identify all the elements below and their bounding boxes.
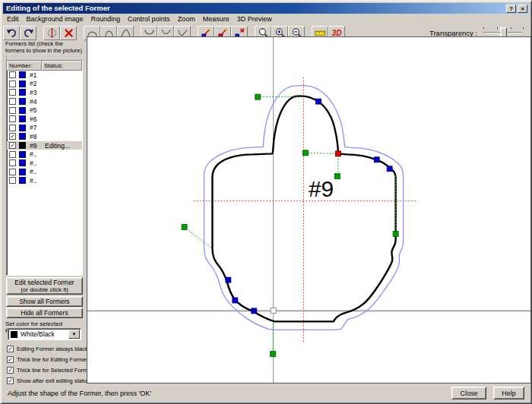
- checkbox-icon[interactable]: ✓: [7, 367, 14, 374]
- former-number: #9: [30, 142, 45, 150]
- former-row-6[interactable]: #6: [7, 115, 82, 124]
- former-number-label: #9: [309, 176, 334, 201]
- menu-rounding[interactable]: Rounding: [87, 14, 125, 24]
- former-visible-checkbox[interactable]: [9, 151, 16, 158]
- former-row-1[interactable]: #1: [7, 71, 82, 80]
- checkbox-label: Thick line for Selected Former: [17, 367, 93, 374]
- control-point-blue[interactable]: [226, 277, 231, 282]
- status-text: Adjust the shape of the Former, then pre…: [3, 390, 451, 397]
- menu-measure[interactable]: Measure: [199, 14, 233, 24]
- former-row-..[interactable]: #..: [7, 150, 82, 159]
- control-point-blue[interactable]: [387, 166, 392, 172]
- former-row-..[interactable]: #..: [7, 176, 82, 185]
- control-guide-line: [186, 229, 212, 248]
- slider-tick: [511, 27, 511, 29]
- control-point-blue[interactable]: [252, 308, 257, 314]
- former-visible-checkbox[interactable]: [9, 169, 16, 175]
- former-number: #..: [30, 159, 45, 167]
- former-visible-checkbox[interactable]: ✓: [9, 142, 16, 149]
- former-visible-checkbox[interactable]: [9, 159, 16, 166]
- checkbox-icon[interactable]: ✓: [7, 356, 14, 363]
- former-visible-checkbox[interactable]: [9, 125, 16, 131]
- column-status: Status:: [42, 61, 82, 71]
- menu-control-points[interactable]: Control points: [124, 14, 174, 24]
- former-drawing[interactable]: #9: [87, 37, 530, 383]
- former-visible-checkbox[interactable]: [9, 80, 16, 87]
- former-visible-checkbox[interactable]: [9, 71, 16, 78]
- show-all-formers-button[interactable]: Show all Formers: [6, 296, 83, 307]
- menu-zoom[interactable]: Zoom: [174, 14, 199, 24]
- former-color-swatch: [19, 89, 26, 96]
- control-point-green[interactable]: [182, 224, 187, 229]
- former-row-8[interactable]: ✓#8: [7, 132, 82, 141]
- former-color-swatch: [19, 159, 26, 166]
- option-checkbox-thick-line-for-selected-former[interactable]: ✓Thick line for Selected Former: [7, 365, 86, 374]
- control-point-green[interactable]: [393, 231, 398, 236]
- former-row-..[interactable]: #..: [7, 159, 82, 168]
- former-color-swatch: [19, 80, 26, 87]
- option-checkbox-editing-former-always-black[interactable]: ✓Editing Former always black: [7, 344, 86, 353]
- formers-list-label: Formers list (check the formers to show …: [5, 40, 84, 61]
- window-title: Editing of the selected Former: [6, 3, 110, 14]
- menu-background-image[interactable]: Background image: [23, 14, 87, 24]
- former-color-swatch: [19, 142, 26, 149]
- formers-sidebar: Formers list (check the formers to show …: [3, 36, 87, 383]
- color-swatch: [11, 331, 17, 338]
- former-visible-checkbox[interactable]: [9, 107, 16, 114]
- control-point-green[interactable]: [271, 352, 276, 357]
- former-number: #7: [30, 124, 45, 131]
- control-point-red-selected[interactable]: [335, 151, 340, 156]
- control-point-green[interactable]: [255, 94, 261, 99]
- former-number: #..: [30, 177, 45, 185]
- formers-listbox[interactable]: Number: Status: #1#2#3#4#5#6#7✓#8✓#9Edit…: [6, 60, 83, 276]
- former-number: #..: [30, 168, 45, 175]
- former-row-5[interactable]: #5: [7, 106, 82, 115]
- help-button[interactable]: Help: [493, 387, 524, 399]
- column-number: Number:: [7, 61, 42, 71]
- former-row-..[interactable]: #..: [7, 168, 82, 177]
- checkbox-label: Editing Former always black: [17, 346, 88, 352]
- former-color-swatch: [19, 151, 26, 158]
- former-editor-window: Editing of the selected Former ? × EditB…: [0, 0, 532, 404]
- former-visible-checkbox[interactable]: [9, 89, 16, 96]
- former-row-4[interactable]: #4: [7, 97, 82, 106]
- former-canvas[interactable]: #9: [87, 36, 531, 383]
- control-point-blue[interactable]: [233, 298, 238, 303]
- transparency-label: Transparency :: [429, 29, 477, 37]
- former-color-swatch: [19, 107, 26, 114]
- control-point-blue[interactable]: [315, 99, 321, 104]
- menu-3d-preview[interactable]: 3D Preview: [233, 14, 276, 24]
- close-button[interactable]: Close: [451, 387, 486, 399]
- menu-edit[interactable]: Edit: [3, 14, 23, 24]
- color-select-value: White/Black: [21, 330, 68, 338]
- help-caption-button[interactable]: ?: [506, 5, 516, 13]
- edit-button-line1: Edit selected Former: [7, 279, 82, 286]
- control-point-green[interactable]: [334, 174, 340, 179]
- former-row-2[interactable]: #2: [7, 80, 82, 89]
- former-row-7[interactable]: #7: [7, 124, 82, 133]
- former-row-9[interactable]: ✓#9Editing...: [7, 141, 82, 150]
- control-point-blue[interactable]: [374, 157, 379, 163]
- former-visible-checkbox[interactable]: ✓: [9, 133, 16, 140]
- hide-all-formers-button[interactable]: Hide all Formers: [6, 308, 83, 318]
- slider-tick: [497, 27, 498, 29]
- former-number: #4: [30, 98, 45, 106]
- former-color-swatch: [19, 169, 26, 175]
- checkbox-icon[interactable]: ✓: [7, 346, 14, 352]
- former-color-swatch: [19, 133, 26, 140]
- color-select[interactable]: White/Black ▼: [8, 328, 81, 340]
- close-caption-button[interactable]: ×: [518, 5, 527, 13]
- combo-dropdown-icon[interactable]: ▼: [68, 330, 80, 339]
- former-row-3[interactable]: #3: [7, 88, 82, 97]
- former-visible-checkbox[interactable]: [9, 115, 16, 122]
- former-visible-checkbox[interactable]: [9, 177, 16, 184]
- former-number: #2: [30, 80, 45, 87]
- former-number: #3: [30, 89, 45, 96]
- edit-selected-former-button[interactable]: Edit selected Former (or double click it…: [6, 277, 83, 295]
- former-number: #..: [30, 150, 45, 158]
- former-visible-checkbox[interactable]: [9, 98, 16, 105]
- origin-marker[interactable]: [271, 308, 276, 313]
- former-number: #5: [30, 106, 45, 114]
- control-point-green[interactable]: [303, 150, 309, 156]
- option-checkbox-thick-line-for-editing-former[interactable]: ✓Thick line for Editing Former: [7, 355, 86, 364]
